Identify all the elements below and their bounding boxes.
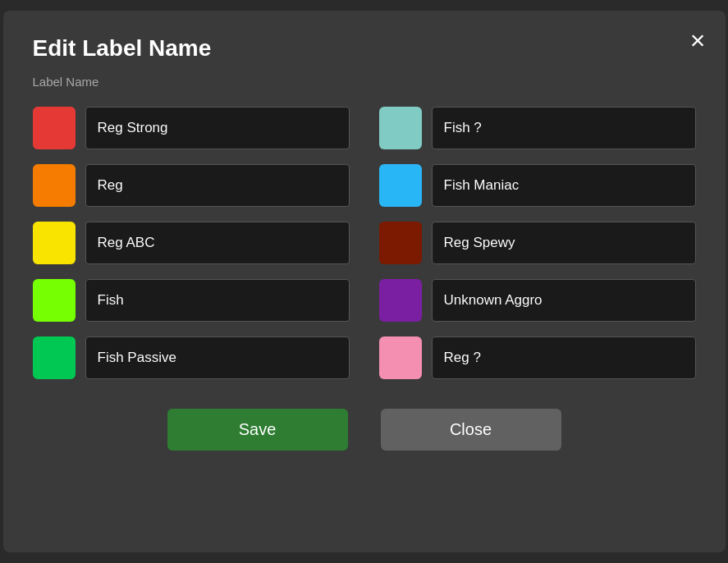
label-input-reg-question[interactable] — [432, 336, 696, 379]
edit-label-modal: × Edit Label Name Label Name Save Close — [3, 11, 726, 552]
label-row-fish-question — [379, 107, 696, 149]
label-row-unknown-aggro — [379, 279, 696, 322]
label-input-fish-question[interactable] — [432, 107, 696, 149]
color-swatch-reg-spewy[interactable] — [379, 222, 422, 264]
color-swatch-fish[interactable] — [33, 279, 76, 322]
label-input-unknown-aggro[interactable] — [432, 279, 696, 322]
color-swatch-reg-strong[interactable] — [33, 107, 76, 149]
close-icon-button[interactable]: × — [690, 27, 706, 53]
label-name-hint: Label Name — [33, 75, 696, 89]
label-row-reg-question — [379, 336, 696, 379]
label-input-fish-maniac[interactable] — [432, 164, 696, 207]
color-swatch-unknown-aggro[interactable] — [379, 279, 422, 322]
color-swatch-reg-question[interactable] — [379, 336, 422, 379]
label-row-reg-spewy — [379, 222, 696, 264]
label-row-fish — [33, 279, 350, 322]
modal-title: Edit Label Name — [33, 35, 696, 62]
color-swatch-reg-abc[interactable] — [33, 222, 76, 264]
label-row-reg-strong — [33, 107, 350, 149]
color-swatch-fish-passive[interactable] — [33, 336, 76, 379]
label-input-reg-strong[interactable] — [85, 107, 350, 149]
label-input-fish[interactable] — [85, 279, 350, 322]
save-button[interactable]: Save — [167, 409, 348, 451]
label-input-reg[interactable] — [85, 164, 350, 207]
label-row-reg-abc — [33, 222, 350, 264]
label-row-reg — [33, 164, 350, 207]
close-button[interactable]: Close — [381, 409, 561, 451]
button-row: Save Close — [33, 409, 696, 451]
color-swatch-reg[interactable] — [33, 164, 76, 207]
label-row-fish-passive — [33, 336, 350, 379]
label-grid — [33, 107, 696, 379]
color-swatch-fish-question[interactable] — [379, 107, 422, 149]
color-swatch-fish-maniac[interactable] — [379, 164, 422, 207]
label-row-fish-maniac — [379, 164, 696, 207]
modal-overlay: × Edit Label Name Label Name Save Close — [0, 0, 728, 563]
label-input-reg-spewy[interactable] — [432, 222, 696, 264]
label-input-reg-abc[interactable] — [85, 222, 350, 264]
label-input-fish-passive[interactable] — [85, 336, 350, 379]
